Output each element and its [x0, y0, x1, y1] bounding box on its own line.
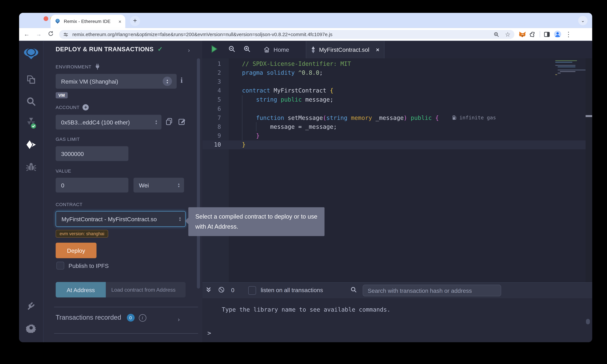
contract-select[interactable]: MyFirstContract - MyFirstContract.so ▲▼ — [56, 211, 185, 227]
terminal-search-input[interactable] — [363, 285, 501, 296]
browser-tabstrip: Remix - Ethereum IDE × + ⌄ — [19, 13, 592, 28]
code-line[interactable]: 7 function setMessage(string memory _mes… — [202, 113, 586, 122]
terminal-collapse-icon[interactable] — [206, 287, 211, 294]
new-tab-button[interactable]: + — [130, 16, 140, 26]
plugin-manager-icon[interactable] — [26, 300, 36, 312]
tab-search-chevron-icon[interactable]: ⌄ — [578, 16, 588, 26]
line-number: 7 — [202, 114, 229, 121]
metamask-extension-icon[interactable] — [519, 30, 527, 38]
environment-select[interactable]: Remix VM (Shanghai) ▲▼ — [56, 74, 177, 89]
terminal-prompt[interactable]: > — [207, 329, 211, 337]
indent-guide — [242, 95, 242, 141]
reload-button[interactable] — [48, 31, 53, 38]
back-button[interactable]: ← — [24, 31, 29, 37]
icon-sidebar — [19, 41, 44, 342]
line-number: 1 — [202, 60, 229, 67]
value-unit-select[interactable]: Wei ▲▼ — [133, 178, 184, 193]
plug-icon[interactable] — [94, 64, 100, 70]
add-account-icon[interactable]: + — [83, 104, 89, 110]
transactions-info-icon[interactable]: i — [139, 314, 146, 322]
solidity-compiler-icon[interactable] — [26, 117, 36, 130]
code-line[interactable]: 1// SPDX-License-Identifier: MIT — [202, 59, 586, 68]
gas-limit-input[interactable] — [56, 146, 128, 161]
code-line[interactable]: 9 } — [202, 131, 586, 140]
value-label: VALUE — [56, 168, 71, 174]
tab-close-icon[interactable]: × — [119, 18, 121, 24]
run-script-icon[interactable] — [211, 45, 218, 54]
panel-title: DEPLOY & RUN TRANSACTIONS ✓ — [56, 46, 163, 53]
contract-tooltip: Select a compiled contract to deploy or … — [188, 207, 325, 236]
forward-button[interactable]: → — [36, 31, 41, 37]
zoom-out-icon[interactable] — [228, 45, 236, 54]
environment-label: ENVIRONMENT — [56, 64, 100, 70]
environment-info-icon[interactable]: i — [181, 76, 183, 85]
line-number: 3 — [202, 78, 229, 85]
clear-console-icon[interactable] — [218, 286, 225, 295]
code-line[interactable]: 4contract MyFirstContract { — [202, 86, 586, 95]
account-select[interactable]: 0x5B3...eddC4 (100 ether) ▲▼ — [56, 115, 161, 130]
editor-scrollbar[interactable] — [586, 58, 592, 282]
settings-gear-icon[interactable] — [26, 323, 36, 335]
zoom-in-icon[interactable] — [243, 45, 251, 54]
terminal-search-icon — [350, 286, 357, 295]
toolbar-divider — [540, 31, 540, 38]
editor-tabbar: Home MyFirstContract.sol × — [202, 41, 592, 58]
site-settings-icon[interactable] — [63, 32, 68, 37]
publish-ipfs-checkbox[interactable] — [56, 262, 64, 270]
remix-favicon — [54, 18, 61, 25]
edit-account-icon[interactable] — [178, 118, 185, 127]
line-number: 5 — [202, 96, 229, 103]
profile-avatar[interactable] — [554, 30, 561, 38]
code-line[interactable]: 10} — [202, 140, 586, 149]
close-tab-icon[interactable]: × — [376, 46, 379, 53]
address-bar[interactable]: remix.ethereum.org/#lang=en&optimize=fal… — [59, 30, 515, 39]
deploy-run-icon[interactable] — [26, 140, 37, 152]
deploy-button[interactable]: Deploy — [56, 243, 96, 258]
code-editor[interactable]: 1// SPDX-License-Identifier: MIT2pragma … — [202, 58, 592, 282]
at-address-button[interactable]: At Address — [56, 282, 106, 297]
contract-label: CONTRACT — [56, 202, 82, 207]
browser-tab[interactable]: Remix - Ethereum IDE × — [51, 15, 125, 28]
code-line[interactable]: 3 — [202, 77, 586, 86]
panel-scrollbar[interactable] — [197, 58, 200, 289]
listen-transactions-checkbox[interactable] — [248, 286, 256, 295]
scrollbar-marker — [586, 115, 592, 117]
url-text[interactable]: remix.ethereum.org/#lang=en&optimize=fal… — [72, 32, 493, 37]
code-line[interactable]: 5 string public message; — [202, 95, 586, 104]
code-line[interactable]: 2pragma solidity ^0.8.0; — [202, 68, 586, 77]
search-icon[interactable] — [26, 97, 36, 108]
code-line[interactable]: 6 — [202, 104, 586, 113]
extensions-puzzle-icon[interactable] — [529, 30, 537, 38]
bookmark-star-icon[interactable]: ☆ — [505, 31, 511, 38]
file-explorer-icon[interactable] — [26, 75, 36, 86]
transactions-recorded-row[interactable]: Transactions recorded 0 i — [56, 314, 146, 322]
terminal-output[interactable]: Type the library name to see available c… — [202, 298, 592, 342]
line-number: 8 — [202, 123, 229, 130]
code-line[interactable]: 8 message = _message; — [202, 122, 586, 131]
transactions-expand-chevron[interactable]: › — [178, 316, 180, 322]
at-address-input[interactable] — [106, 282, 186, 297]
publish-ipfs-row: Publish to IPFS — [56, 262, 109, 270]
publish-ipfs-label: Publish to IPFS — [68, 262, 109, 269]
compiled-check-icon: ✓ — [158, 46, 163, 53]
at-address-group: At Address — [56, 282, 185, 297]
copy-account-icon[interactable] — [166, 118, 172, 127]
listen-transactions-label: listen on all transactions — [261, 287, 323, 293]
remix-app: DEPLOY & RUN TRANSACTIONS ✓ › ENVIRONMEN… — [19, 41, 592, 342]
tab-myfirstcontract[interactable]: MyFirstContract.sol × — [306, 41, 384, 58]
side-panel-icon[interactable] — [543, 30, 551, 38]
panel-pin-chevron-icon[interactable]: › — [188, 47, 190, 53]
mac-close-button[interactable] — [43, 16, 48, 21]
terminal-scrollbar[interactable] — [586, 319, 590, 324]
pending-tx-count: 0 — [231, 287, 234, 293]
editor-minimap[interactable] — [553, 60, 586, 87]
browser-toolbar: ← → remix.ethereum.org/#lang=en&optimize… — [19, 28, 592, 41]
value-input[interactable] — [56, 178, 128, 193]
zoom-page-icon[interactable] — [493, 31, 500, 38]
tab-home[interactable]: Home — [259, 41, 294, 58]
browser-menu-icon[interactable]: ⋮ — [565, 30, 572, 38]
debugger-icon[interactable] — [26, 162, 36, 173]
panel-divider — [54, 307, 198, 307]
desktop-background: Remix - Ethereum IDE × + ⌄ ← → remix.eth… — [0, 0, 607, 364]
environment-select-carets[interactable]: ▲▼ — [163, 77, 172, 86]
